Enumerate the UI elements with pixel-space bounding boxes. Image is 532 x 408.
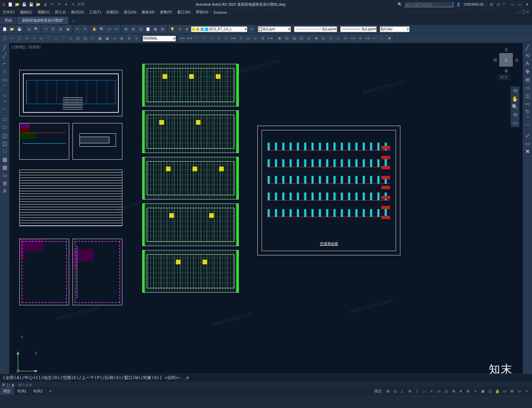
tb-region-icon[interactable]: ▭ [111, 35, 118, 42]
tb-layerprev-icon[interactable]: ↶ [248, 26, 255, 33]
tb-dimordinate-icon[interactable]: ⌐ [223, 35, 229, 42]
tb-block-icon[interactable]: ◫ [82, 35, 88, 42]
close-icon[interactable]: ✕ [524, 2, 530, 7]
tb-copy-icon[interactable]: ⿻ [50, 26, 57, 33]
tb-erase-icon[interactable]: ✖ [276, 35, 283, 42]
model-tab[interactable]: 模型 [0, 387, 14, 395]
layer-combo[interactable]: ACS_KT_LH_L ▾ [191, 26, 247, 32]
floor-plan-sheet[interactable] [142, 64, 239, 106]
tb-trim-icon[interactable]: ✂ [342, 35, 349, 42]
menu-draw[interactable]: 绘图(D) [104, 10, 121, 15]
menu-file[interactable]: 文件(F) [0, 10, 17, 15]
tb-fillet-icon[interactable]: ⌐ [379, 35, 385, 42]
linetype-combo[interactable]: ByLayer ▾ [294, 26, 337, 32]
doc-close-icon[interactable]: ✕ [526, 10, 529, 14]
tb-dimlinear-icon[interactable]: ⟷ [179, 35, 186, 42]
tb-polygon-icon[interactable]: ○ [31, 35, 37, 42]
sb-ortho-icon[interactable]: ⊥ [399, 388, 406, 394]
plot-icon[interactable]: 🖨 [42, 1, 48, 7]
drawing-sheet[interactable] [19, 123, 69, 160]
tb-save-icon[interactable]: 💾 [16, 26, 23, 33]
sb-iso-icon[interactable]: ╱ [414, 388, 420, 394]
tb-new-icon[interactable]: 📄 [1, 26, 8, 33]
viewport-label[interactable]: [-][俯视][二维线框] [11, 45, 41, 50]
tb-chamfer-icon[interactable]: ⌐ [371, 35, 378, 42]
share-label[interactable]: 共享 [77, 2, 85, 7]
tb-point-icon[interactable]: □ [89, 35, 96, 42]
viewcube-west[interactable]: 西 [493, 58, 497, 63]
lt-line-icon[interactable]: ╱ [1, 44, 9, 51]
lt-mtext-icon[interactable]: A [1, 188, 9, 195]
tb-rotate-icon[interactable]: ↻ [320, 35, 327, 42]
viewcube-wcs[interactable]: WCS [497, 75, 510, 80]
tb-scale-icon[interactable]: ⤢ [328, 35, 334, 42]
tb-markup-icon[interactable]: ▦ [152, 26, 159, 33]
plotstyle-combo[interactable]: ByColor ▾ [380, 26, 410, 32]
save-icon[interactable]: 💾 [21, 1, 27, 7]
sb-hardware-icon[interactable]: ⚙ [509, 388, 515, 394]
user-icon[interactable]: 👤 [456, 2, 461, 7]
tb-explode-icon[interactable]: ✸ [386, 35, 393, 42]
viewcube[interactable]: 北 南 西 东 上 WCS [493, 47, 519, 80]
floor-plan-sheet[interactable] [142, 157, 239, 200]
share-icon[interactable]: ✈ [72, 2, 75, 7]
tb-zoomprev-icon[interactable]: ↶ [113, 26, 120, 33]
drawing-sheet[interactable] [72, 239, 122, 305]
rt-text-icon[interactable]: A [523, 60, 531, 67]
tb-line-icon[interactable]: ╱ [1, 35, 8, 42]
sb-snap-icon[interactable]: ⊡ [392, 388, 398, 394]
lt-xline-icon[interactable]: ╱ [1, 52, 9, 59]
saveas-icon[interactable]: 💾 [28, 1, 34, 7]
undo-icon[interactable]: ↶ [49, 1, 55, 7]
rt-planar-icon[interactable]: ▭ [523, 140, 531, 147]
tb-plot-icon[interactable]: 🖨 [26, 26, 32, 33]
tb-mtext-icon[interactable]: A [126, 35, 132, 42]
floor-plan-sheet[interactable] [142, 110, 239, 153]
tb-dimedit-icon[interactable]: A [259, 35, 266, 42]
tb-dimstyle-icon[interactable]: ⟷ [267, 35, 273, 42]
tb-designctr-icon[interactable]: ⊞ [130, 26, 137, 33]
tab-document[interactable]: 某医院地源热泵设计图纸* [17, 17, 68, 24]
drawing-sheet[interactable] [72, 123, 122, 160]
tb-zoom-icon[interactable]: 🔍 [98, 26, 105, 33]
tab-add[interactable]: + [69, 18, 77, 24]
rt-orbit-icon[interactable]: ⟲ [523, 52, 531, 59]
lt-point-icon[interactable]: □ [1, 148, 9, 155]
nav-showmotion-icon[interactable]: ▭ [511, 119, 519, 126]
tb-match-icon[interactable]: ▦ [65, 26, 71, 33]
tb-arc-icon[interactable]: ⌒ [45, 35, 52, 42]
user-name[interactable]: 1505999135... [464, 2, 487, 6]
tb-break-icon[interactable]: ✕ [357, 35, 363, 42]
tb-extend-icon[interactable]: ⟶ [349, 35, 356, 42]
rt-sweep-icon[interactable]: ⌒ [523, 124, 531, 131]
nav-zoom-icon[interactable]: 🔍 [511, 103, 519, 110]
tb-toolpalette-icon[interactable]: ◫ [137, 26, 144, 33]
open-icon[interactable]: 📂 [14, 1, 20, 7]
tb-zoomwin-icon[interactable]: ▭ [106, 26, 112, 33]
sb-cycling-icon[interactable]: ◫ [443, 388, 450, 394]
tb-table-icon[interactable]: ⊞ [118, 35, 125, 42]
rt-loft-icon[interactable]: ⌒ [523, 116, 531, 123]
cart-icon[interactable]: 🛒 [489, 2, 494, 7]
tb-pline-icon[interactable]: ⌐ [9, 35, 15, 42]
tab-start[interactable]: 开始 [0, 17, 17, 24]
tb-dimradius-icon[interactable]: ○ [208, 35, 215, 42]
viewcube-south[interactable]: 南 [504, 68, 508, 73]
rt-erase-icon[interactable]: ✖ [523, 148, 531, 155]
tb-gradient-icon[interactable]: ▦ [104, 35, 110, 42]
nav-pan-icon[interactable]: ✋ [511, 95, 519, 102]
layout2-tab[interactable]: 布局2 [30, 387, 46, 395]
tb-offset-icon[interactable]: ⿻ [298, 35, 305, 42]
lt-block-icon[interactable]: ◫ [1, 140, 9, 147]
drawing-canvas[interactable]: [-][俯视][二维线框] www.znzmo.com www.znzmo.co… [9, 43, 523, 395]
tb-layerstate-icon[interactable]: ☀ [176, 26, 183, 33]
tb-addsel-icon[interactable]: + [133, 35, 140, 42]
tb-properties-icon[interactable]: ⊞ [123, 26, 129, 33]
menu-express[interactable]: Express [211, 10, 229, 14]
lt-region-icon[interactable]: ▭ [1, 172, 9, 179]
redo-icon[interactable]: ↷ [56, 1, 62, 7]
menu-modify[interactable]: 修改(M) [139, 10, 157, 15]
tb-centermark-icon[interactable]: + [252, 35, 259, 42]
lt-circle-icon[interactable]: ○ [1, 92, 9, 99]
menu-insert[interactable]: 插入(I) [52, 10, 68, 15]
